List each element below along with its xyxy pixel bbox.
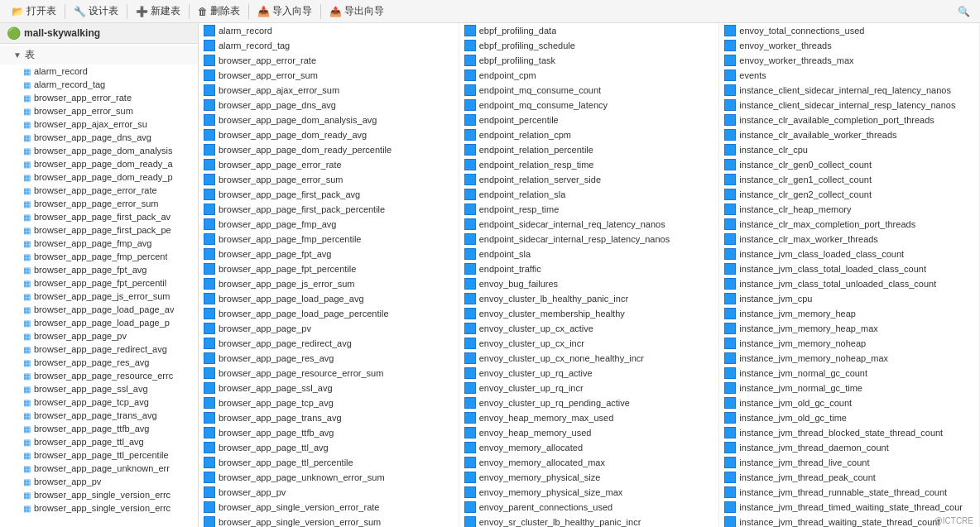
list-item[interactable]: browser_app_page_ttfb_avg xyxy=(199,425,459,440)
list-item[interactable]: browser_app_error_sum xyxy=(199,68,459,83)
list-item[interactable]: endpoint_relation_sla xyxy=(459,187,719,202)
list-item[interactable]: ebpf_profiling_task xyxy=(459,53,719,68)
sidebar-item[interactable]: ▦browser_app_page_ttl_avg xyxy=(0,435,198,448)
sidebar-item[interactable]: ▦browser_app_page_load_page_av xyxy=(0,303,198,316)
tables-section-header[interactable]: ▼ 表 xyxy=(0,46,198,65)
new-table-button[interactable]: ➕ 新建表 xyxy=(131,2,185,20)
delete-table-button[interactable]: 🗑 删除表 xyxy=(193,2,245,20)
list-item[interactable]: browser_app_page_dom_ready_percentile xyxy=(199,142,459,157)
list-item[interactable]: instance_jvm_thread_timed_waiting_state_… xyxy=(719,500,979,515)
list-item[interactable]: instance_jvm_old_gc_count xyxy=(719,395,979,410)
list-item[interactable]: browser_app_page_first_pack_avg xyxy=(199,187,459,202)
list-item[interactable]: browser_app_page_ssl_avg xyxy=(199,381,459,395)
search-button[interactable]: 🔍 xyxy=(954,4,973,19)
sidebar-item[interactable]: ▦browser_app_page_pv xyxy=(0,329,198,343)
sidebar-item[interactable]: ▦browser_app_page_res_avg xyxy=(0,356,198,369)
list-item[interactable]: instance_jvm_thread_runnable_state_threa… xyxy=(719,485,979,500)
list-item[interactable]: instance_clr_cpu xyxy=(719,142,979,157)
list-item[interactable]: instance_clr_heap_memory xyxy=(719,202,979,217)
list-item[interactable]: browser_app_page_tcp_avg xyxy=(199,395,459,410)
list-item[interactable]: browser_app_single_version_error_sum xyxy=(199,515,459,527)
list-item[interactable]: envoy_heap_memory_used xyxy=(459,425,719,440)
sidebar-item[interactable]: ▦browser_app_page_dns_avg xyxy=(0,131,198,144)
sidebar-item[interactable]: ▦browser_app_page_js_error_sum xyxy=(0,290,198,303)
list-item[interactable]: endpoint_traffic xyxy=(459,261,719,276)
list-item[interactable]: browser_app_pv xyxy=(199,485,459,500)
list-item[interactable]: alarm_record_tag xyxy=(199,38,459,53)
list-item[interactable]: browser_app_page_dom_analysis_avg xyxy=(199,113,459,127)
list-item[interactable]: instance_jvm_memory_noheap_max xyxy=(719,351,979,366)
list-item[interactable]: endpoint_resp_time xyxy=(459,202,719,217)
list-item[interactable]: instance_jvm_old_gc_time xyxy=(719,410,979,425)
list-item[interactable]: envoy_worker_threads_max xyxy=(719,53,979,68)
list-item[interactable]: endpoint_mq_consume_latency xyxy=(459,98,719,113)
list-item[interactable]: instance_jvm_thread_peak_count xyxy=(719,470,979,485)
list-item[interactable]: envoy_cluster_up_rq_active xyxy=(459,366,719,381)
list-item[interactable]: endpoint_cpm xyxy=(459,68,719,83)
list-item[interactable]: instance_clr_max_completion_port_threads xyxy=(719,217,979,232)
list-item[interactable]: instance_clr_max_worker_threads xyxy=(719,232,979,247)
sidebar-item[interactable]: ▦browser_app_page_ttl_percentile xyxy=(0,448,198,462)
list-item[interactable]: browser_app_page_error_rate xyxy=(199,157,459,172)
list-item[interactable]: browser_app_page_fpt_percentile xyxy=(199,261,459,276)
list-item[interactable]: browser_app_single_version_error_rate xyxy=(199,500,459,515)
list-item[interactable]: browser_app_ajax_error_sum xyxy=(199,83,459,98)
sidebar-item[interactable]: ▦browser_app_error_sum xyxy=(0,104,198,117)
sidebar-item[interactable]: ▦browser_app_page_fmp_avg xyxy=(0,237,198,250)
list-item[interactable]: endpoint_sidecar_internal_resp_latency_n… xyxy=(459,232,719,247)
sidebar-item[interactable]: ▦browser_app_page_fmp_percent xyxy=(0,250,198,263)
list-item[interactable]: endpoint_relation_server_side xyxy=(459,172,719,187)
list-item[interactable]: browser_app_page_trans_avg xyxy=(199,410,459,425)
list-item[interactable]: browser_app_page_resource_error_sum xyxy=(199,366,459,381)
list-item[interactable]: browser_app_page_fmp_avg xyxy=(199,217,459,232)
sidebar-item[interactable]: ▦browser_app_page_first_pack_pe xyxy=(0,223,198,237)
list-item[interactable]: browser_app_page_first_pack_percentile xyxy=(199,202,459,217)
sidebar-item[interactable]: ▦browser_app_page_resource_errc xyxy=(0,369,198,382)
list-item[interactable]: envoy_total_connections_used xyxy=(719,23,979,38)
list-item[interactable]: ebpf_profiling_schedule xyxy=(459,38,719,53)
sidebar-item[interactable]: ▦browser_app_page_dom_analysis xyxy=(0,144,198,157)
sidebar-item[interactable]: ▦alarm_record xyxy=(0,65,198,78)
list-item[interactable]: browser_app_page_unknown_error_sum xyxy=(199,470,459,485)
export-wizard-button[interactable]: 📤 导出向导 xyxy=(324,2,389,20)
sidebar-item[interactable]: ▦browser_app_page_tcp_avg xyxy=(0,395,198,409)
list-item[interactable]: browser_app_page_ttl_percentile xyxy=(199,455,459,470)
list-item[interactable]: browser_app_page_fpt_avg xyxy=(199,247,459,261)
list-item[interactable]: endpoint_percentile xyxy=(459,113,719,127)
list-item[interactable]: envoy_heap_memory_max_used xyxy=(459,410,719,425)
sidebar-item[interactable]: ▦browser_app_page_trans_avg xyxy=(0,409,198,422)
list-item[interactable]: endpoint_relation_cpm xyxy=(459,127,719,142)
list-item[interactable]: envoy_cluster_up_cx_none_healthy_incr xyxy=(459,351,719,366)
sidebar-item[interactable]: ▦browser_app_single_version_errc xyxy=(0,488,198,501)
list-item[interactable]: alarm_record xyxy=(199,23,459,38)
list-item[interactable]: browser_app_page_error_sum xyxy=(199,172,459,187)
list-item[interactable]: envoy_cluster_up_rq_incr xyxy=(459,381,719,395)
list-item[interactable]: instance_jvm_thread_live_count xyxy=(719,455,979,470)
list-item[interactable]: endpoint_mq_consume_count xyxy=(459,83,719,98)
sidebar-item[interactable]: ▦browser_app_page_error_sum xyxy=(0,197,198,210)
sidebar-item[interactable]: ▦browser_app_pv xyxy=(0,475,198,488)
list-item[interactable]: browser_app_page_fmp_percentile xyxy=(199,232,459,247)
list-item[interactable]: instance_jvm_normal_gc_count xyxy=(719,366,979,381)
list-item[interactable]: envoy_memory_physical_size xyxy=(459,470,719,485)
list-item[interactable]: ebpf_profiling_data xyxy=(459,23,719,38)
list-item[interactable]: instance_jvm_normal_gc_time xyxy=(719,381,979,395)
list-item[interactable]: endpoint_sla xyxy=(459,247,719,261)
sidebar-item[interactable]: ▦alarm_record_tag xyxy=(0,78,198,91)
list-item[interactable]: endpoint_relation_resp_time xyxy=(459,157,719,172)
list-item[interactable]: envoy_worker_threads xyxy=(719,38,979,53)
list-item[interactable]: instance_clr_gen1_collect_count xyxy=(719,172,979,187)
list-item[interactable]: envoy_parent_connections_used xyxy=(459,500,719,515)
list-item[interactable]: envoy_memory_allocated xyxy=(459,440,719,455)
list-item[interactable]: browser_app_page_res_avg xyxy=(199,351,459,366)
list-item[interactable]: instance_jvm_thread_blocked_state_thread… xyxy=(719,425,979,440)
sidebar-item[interactable]: ▦browser_app_error_rate xyxy=(0,91,198,104)
list-item[interactable]: browser_app_page_js_error_sum xyxy=(199,276,459,291)
list-item[interactable]: envoy_cluster_up_rq_pending_active xyxy=(459,395,719,410)
list-item[interactable]: browser_app_page_redirect_avg xyxy=(199,336,459,351)
sidebar-item[interactable]: ▦browser_app_page_fpt_avg xyxy=(0,263,198,276)
sidebar-item[interactable]: ▦browser_app_page_first_pack_av xyxy=(0,210,198,223)
list-item[interactable]: browser_app_page_load_page_percentile xyxy=(199,306,459,321)
list-item[interactable]: envoy_memory_physical_size_max xyxy=(459,485,719,500)
sidebar-item[interactable]: ▦browser_app_page_error_rate xyxy=(0,184,198,197)
